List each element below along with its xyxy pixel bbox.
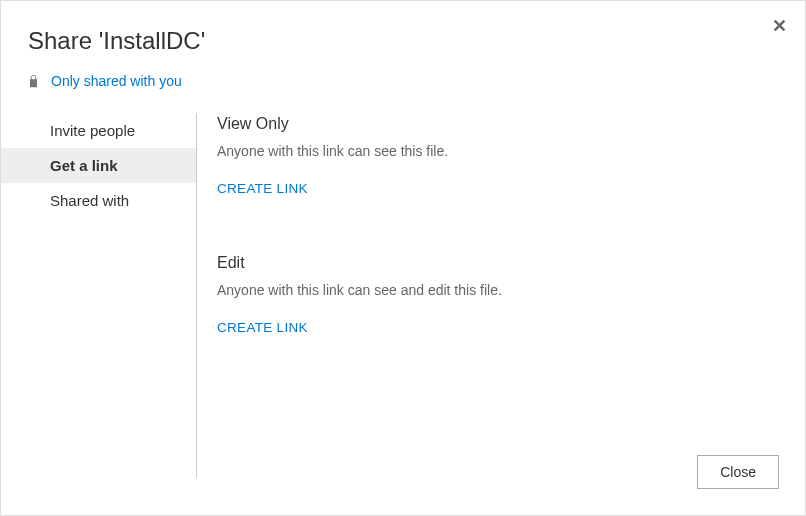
view-only-title: View Only xyxy=(217,115,805,133)
edit-title: Edit xyxy=(217,254,805,272)
dialog-footer: Close xyxy=(697,455,779,489)
tab-shared-with[interactable]: Shared with xyxy=(1,183,196,218)
main-panel: View Only Anyone with this link can see … xyxy=(217,113,805,478)
close-button[interactable]: Close xyxy=(697,455,779,489)
edit-section: Edit Anyone with this link can see and e… xyxy=(217,254,805,335)
dialog-header: Share 'InstallDC' Only shared with you xyxy=(1,1,805,89)
vertical-divider xyxy=(196,113,197,478)
dialog-title: Share 'InstallDC' xyxy=(28,27,805,55)
lock-icon xyxy=(28,74,39,88)
sharing-status: Only shared with you xyxy=(28,73,805,89)
tab-get-a-link[interactable]: Get a link xyxy=(1,148,196,183)
tab-invite-people[interactable]: Invite people xyxy=(1,113,196,148)
tab-sidebar: Invite people Get a link Shared with xyxy=(28,113,196,478)
create-edit-link-button[interactable]: CREATE LINK xyxy=(217,320,805,335)
view-only-description: Anyone with this link can see this file. xyxy=(217,143,805,159)
view-only-section: View Only Anyone with this link can see … xyxy=(217,115,805,196)
edit-description: Anyone with this link can see and edit t… xyxy=(217,282,805,298)
sharing-status-link[interactable]: Only shared with you xyxy=(51,73,182,89)
create-view-link-button[interactable]: CREATE LINK xyxy=(217,181,805,196)
dialog-content: Invite people Get a link Shared with Vie… xyxy=(1,113,805,478)
share-dialog: ✕ Share 'InstallDC' Only shared with you… xyxy=(1,1,805,515)
close-icon[interactable]: ✕ xyxy=(772,17,787,35)
